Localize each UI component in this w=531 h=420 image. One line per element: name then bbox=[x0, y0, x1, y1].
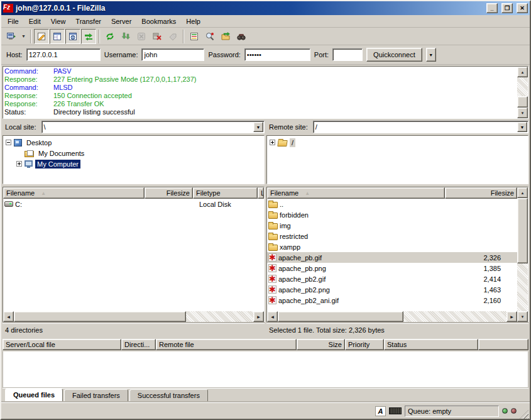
expand-icon[interactable] bbox=[270, 140, 275, 145]
tab-failed-transfers[interactable]: Failed transfers bbox=[64, 389, 128, 402]
image-icon: ✱ bbox=[268, 296, 276, 304]
column-header-label: Filesize bbox=[491, 189, 514, 197]
toggle-message-log-button[interactable] bbox=[34, 29, 49, 44]
scroll-up-icon[interactable]: ▲ bbox=[517, 67, 528, 77]
disconnect-button[interactable] bbox=[150, 29, 165, 44]
remote-site-combo[interactable]: / ▼ bbox=[313, 121, 528, 133]
host-input[interactable] bbox=[26, 48, 101, 61]
queue-column-directi-[interactable]: Directi... bbox=[121, 339, 156, 350]
menu-item-bookmarks[interactable]: Bookmarks bbox=[136, 16, 181, 26]
directory-comparison-button[interactable] bbox=[187, 29, 202, 44]
queue-column-remote-file[interactable]: Remote file bbox=[156, 339, 297, 350]
menu-item-file[interactable]: File bbox=[3, 16, 24, 26]
queue-column-status[interactable]: Status bbox=[384, 339, 478, 350]
queue-column-server-local-file[interactable]: Server/Local file bbox=[3, 339, 121, 350]
expand-icon[interactable] bbox=[16, 161, 22, 167]
statusbar: A Queue: empty bbox=[1, 402, 530, 419]
remote-hscrollbar[interactable]: ◀ ▶ bbox=[267, 311, 517, 322]
column-header-filesize[interactable]: Filesize bbox=[445, 187, 517, 199]
filter-button[interactable] bbox=[202, 29, 217, 44]
menu-item-transfer[interactable]: Transfer bbox=[70, 16, 106, 26]
tree-item-my-computer[interactable]: My Computer bbox=[3, 158, 264, 169]
scrollbar-track[interactable] bbox=[517, 77, 528, 108]
scroll-right-icon[interactable]: ▶ bbox=[253, 311, 264, 322]
log-line-text: PASV bbox=[53, 67, 72, 75]
remote-site-dropdown-icon[interactable]: ▼ bbox=[517, 122, 527, 132]
tab-successful-transfers[interactable]: Successful transfers bbox=[129, 389, 208, 402]
scroll-up-icon[interactable]: ▲ bbox=[517, 187, 528, 198]
local-site-combo[interactable]: \ ▼ bbox=[41, 121, 265, 133]
tree-item-my-documents[interactable]: My Documents bbox=[3, 148, 264, 158]
menu-item-edit[interactable]: Edit bbox=[24, 16, 46, 26]
scrollbar-thumb[interactable] bbox=[14, 311, 186, 322]
menu-item-server[interactable]: Server bbox=[106, 16, 136, 26]
synchronized-browsing-button[interactable] bbox=[218, 29, 233, 44]
column-header-filename[interactable]: Filename▲ bbox=[267, 187, 445, 199]
folder-icon bbox=[268, 213, 278, 219]
toggle-transfer-queue-button[interactable] bbox=[81, 29, 96, 44]
tree-item--[interactable]: / bbox=[267, 137, 528, 148]
scrollbar-thumb[interactable] bbox=[517, 198, 528, 263]
tab-queued-files[interactable]: Queued files bbox=[5, 389, 63, 402]
remote-pane: Remote site: / ▼ / Filename▲Filesize ..f… bbox=[266, 120, 528, 336]
scrollbar-thumb[interactable] bbox=[517, 96, 528, 108]
message-log: Command:PASVResponse:227 Entering Passiv… bbox=[3, 66, 528, 119]
scrollbar-track[interactable] bbox=[278, 311, 506, 322]
toggle-remote-tree-button[interactable] bbox=[65, 29, 80, 44]
scrollbar-track[interactable] bbox=[14, 311, 253, 322]
scroll-right-icon[interactable]: ▶ bbox=[506, 311, 517, 322]
resize-grip[interactable] bbox=[520, 410, 528, 419]
file-row-xampp[interactable]: xampp bbox=[267, 241, 517, 252]
scrollbar-track[interactable] bbox=[517, 198, 528, 311]
minimize-button[interactable]: _ bbox=[486, 3, 498, 13]
quickconnect-dropdown-button[interactable]: ▼ bbox=[426, 48, 436, 62]
file-row-apache-pb2-png[interactable]: ✱apache_pb2.png1,463 bbox=[267, 284, 517, 295]
scrollbar-thumb[interactable] bbox=[278, 311, 403, 322]
column-header-filetype[interactable]: Filetype bbox=[193, 187, 258, 199]
refresh-button[interactable] bbox=[102, 29, 118, 44]
collapse-icon[interactable] bbox=[6, 140, 11, 145]
toggle-local-tree-button[interactable] bbox=[50, 29, 65, 44]
file-row-apache-pb2-ani-gif[interactable]: ✱apache_pb2_ani.gif2,160 bbox=[267, 295, 517, 306]
file-row-apache-pb-gif[interactable]: ✱apache_pb.gif2,326 bbox=[267, 252, 517, 263]
remote-vscrollbar[interactable]: ▲ ▼ bbox=[517, 187, 528, 322]
tree-item-desktop[interactable]: Desktop bbox=[3, 137, 264, 148]
file-row-c-[interactable]: C:Local Disk bbox=[3, 199, 264, 209]
find-files-button[interactable] bbox=[234, 29, 249, 44]
file-row-apache-pb-png[interactable]: ✱apache_pb.png1,385 bbox=[267, 263, 517, 274]
username-label: Username: bbox=[104, 51, 138, 58]
scroll-down-icon[interactable]: ▼ bbox=[517, 311, 528, 322]
queue-column-priority[interactable]: Priority bbox=[345, 339, 384, 350]
column-header-filesize[interactable]: Filesize bbox=[145, 187, 193, 199]
column-header-l[interactable]: L bbox=[258, 187, 264, 199]
maximize-button[interactable]: ❒ bbox=[501, 3, 513, 13]
filezilla-window: Fz john@127.0.0.1 - FileZilla _ ❒ ✕ File… bbox=[0, 0, 531, 420]
local-site-dropdown-icon[interactable]: ▼ bbox=[253, 122, 263, 132]
site-manager-dropdown-button[interactable]: ▼ bbox=[19, 29, 28, 44]
local-hscrollbar[interactable]: ◀ ▶ bbox=[3, 311, 264, 322]
titlebar[interactable]: Fz john@127.0.0.1 - FileZilla _ ❒ ✕ bbox=[1, 1, 530, 15]
password-input[interactable] bbox=[244, 48, 310, 61]
message-log-lines: Command:PASVResponse:227 Entering Passiv… bbox=[3, 67, 517, 118]
process-queue-button[interactable] bbox=[118, 29, 133, 44]
port-input[interactable] bbox=[332, 48, 363, 61]
username-input[interactable] bbox=[141, 48, 204, 61]
file-row-apache-pb2-gif[interactable]: ✱apache_pb2.gif2,414 bbox=[267, 274, 517, 284]
speed-limits-icon[interactable] bbox=[389, 407, 402, 414]
scroll-left-icon[interactable]: ◀ bbox=[3, 311, 14, 322]
scroll-left-icon[interactable]: ◀ bbox=[267, 311, 278, 322]
file-row-img[interactable]: img bbox=[267, 220, 517, 231]
file-row-forbidden[interactable]: forbidden bbox=[267, 209, 517, 220]
file-row-restricted[interactable]: restricted bbox=[267, 231, 517, 241]
file-row--[interactable]: .. bbox=[267, 199, 517, 209]
queue-column-size[interactable]: Size bbox=[297, 339, 345, 350]
menu-item-view[interactable]: View bbox=[46, 16, 71, 26]
filename-text: img bbox=[280, 222, 291, 229]
quickconnect-button[interactable]: Quickconnect bbox=[366, 48, 422, 62]
site-manager-button[interactable] bbox=[4, 29, 19, 44]
menu-item-help[interactable]: Help bbox=[181, 16, 205, 26]
scroll-down-icon[interactable]: ▼ bbox=[517, 108, 528, 118]
message-log-scrollbar[interactable]: ▲ ▼ bbox=[517, 67, 528, 118]
column-header-filename[interactable]: Filename▲ bbox=[3, 187, 145, 199]
close-button[interactable]: ✕ bbox=[517, 3, 528, 13]
